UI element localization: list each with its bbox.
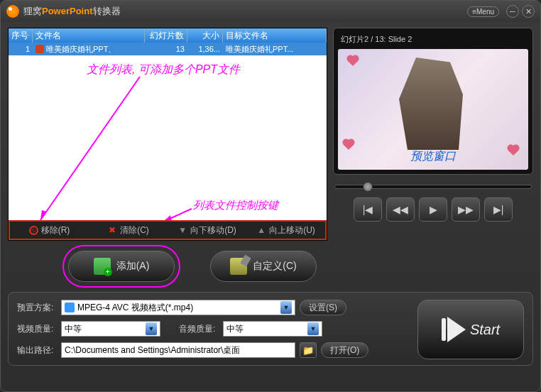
preview-label: 预览窗口 xyxy=(410,149,456,164)
play-icon xyxy=(442,317,466,342)
cell-filename: 唯美婚庆婚礼PPT、 xyxy=(33,44,145,55)
close-button[interactable]: ✕ xyxy=(522,5,535,18)
annotation-arrows xyxy=(9,28,327,240)
slide-content-icon xyxy=(390,58,476,150)
svg-marker-1 xyxy=(40,210,47,220)
chevron-down-icon: ▼ xyxy=(280,301,292,314)
slider-thumb[interactable] xyxy=(363,182,373,192)
title-bar: 狸窝PowerPoint转换器 ≡Menu ─ ✕ xyxy=(1,1,540,22)
video-quality-combo[interactable]: 中等▼ xyxy=(61,321,160,337)
table-header: 序号 文件名 幻灯片数 大小 目标文件名 xyxy=(9,28,327,43)
remove-button[interactable]: ⦸移除(R) xyxy=(10,222,89,239)
preset-label: 预置方案: xyxy=(17,302,57,314)
folder-icon: 📁 xyxy=(302,345,314,356)
file-list-panel: 序号 文件名 幻灯片数 大小 目标文件名 1 唯美婚庆婚礼PPT、 13 1,3… xyxy=(8,28,327,241)
browse-button[interactable]: 📁 xyxy=(300,342,317,358)
settings-button[interactable]: 设置(S) xyxy=(300,300,346,315)
audio-quality-combo[interactable]: 中等▼ xyxy=(223,321,322,337)
add-button[interactable]: 添加(A) xyxy=(68,251,175,282)
title-accent: PowerPoint xyxy=(42,6,93,16)
slide-counter: 幻灯片2 / 13: Slide 2 xyxy=(338,33,528,49)
preset-combo[interactable]: MPEG-4 AVC 视频格式(*.mp4) ▼ xyxy=(61,300,295,315)
preset-value: MPEG-4 AVC 视频格式(*.mp4) xyxy=(77,302,193,314)
transport-controls: |◀ ◀◀ ▶ ▶▶ ▶| xyxy=(333,197,533,222)
table-row[interactable]: 1 唯美婚庆婚礼PPT、 13 1,36... 唯美婚庆婚礼PPT... xyxy=(9,43,327,55)
list-control-bar: ⦸移除(R) ✖清除(C) ▼向下移动(D) ▲向上移动(U) xyxy=(9,220,327,240)
arrow-up-icon: ▲ xyxy=(256,225,266,235)
delete-icon: ⦸ xyxy=(29,226,38,235)
col-target[interactable]: 目标文件名 xyxy=(223,28,327,43)
col-seq[interactable]: 序号 xyxy=(9,28,33,43)
arrow-down-icon: ▼ xyxy=(177,225,187,235)
settings-panel: 预置方案: MPEG-4 AVC 视频格式(*.mp4) ▼ 设置(S) 视频质… xyxy=(8,292,533,366)
move-down-button[interactable]: ▼向下移动(D) xyxy=(168,222,246,239)
play-button[interactable]: ▶ xyxy=(419,197,447,222)
app-window: 狸窝PowerPoint转换器 ≡Menu ─ ✕ 序号 文件名 幻灯片数 大小… xyxy=(0,0,541,392)
preview-image: 预览窗口 xyxy=(338,49,528,170)
col-filename[interactable]: 文件名 xyxy=(33,28,145,43)
title-prefix: 狸窝 xyxy=(23,6,42,16)
annotation-filelist: 文件列表, 可添加多个PPT文件 xyxy=(87,62,240,77)
cell-target: 唯美婚庆婚礼PPT... xyxy=(223,44,327,55)
move-up-button[interactable]: ▲向上移动(U) xyxy=(246,222,325,239)
app-logo-icon xyxy=(6,5,19,18)
preview-frame: 幻灯片2 / 13: Slide 2 预览窗口 xyxy=(333,28,533,175)
tools-icon xyxy=(230,258,247,275)
clear-icon: ✖ xyxy=(107,225,117,235)
customize-button[interactable]: 自定义(C) xyxy=(210,251,317,282)
svg-line-0 xyxy=(40,77,140,220)
cell-size: 1,36... xyxy=(187,45,223,53)
menu-label: Menu xyxy=(476,8,494,16)
output-path-field[interactable]: C:\Documents and Settings\Administrator\… xyxy=(61,342,295,358)
powerpoint-icon xyxy=(35,45,44,53)
first-button[interactable]: |◀ xyxy=(354,197,382,222)
start-button[interactable]: Start xyxy=(417,300,524,359)
col-size[interactable]: 大小 xyxy=(187,28,223,43)
annotation-controls: 列表文件控制按键 xyxy=(193,199,278,212)
action-row: 添加(A) 自定义(C) xyxy=(1,241,540,282)
chevron-down-icon: ▼ xyxy=(307,322,319,335)
output-path-label: 输出路径: xyxy=(17,344,57,356)
open-button[interactable]: 打开(O) xyxy=(321,342,368,358)
menu-button[interactable]: ≡Menu xyxy=(467,6,499,17)
format-icon xyxy=(65,303,75,312)
cell-seq: 1 xyxy=(9,45,33,53)
start-label: Start xyxy=(470,322,500,338)
cell-slides: 13 xyxy=(145,45,187,53)
app-title: 狸窝PowerPoint转换器 xyxy=(23,5,467,18)
clear-button[interactable]: ✖清除(C) xyxy=(89,222,168,239)
col-slides[interactable]: 幻灯片数 xyxy=(145,28,187,43)
heart-icon xyxy=(348,56,358,66)
rewind-button[interactable]: ◀◀ xyxy=(386,197,415,222)
chevron-down-icon: ▼ xyxy=(146,322,157,335)
last-button[interactable]: ▶| xyxy=(484,197,513,222)
video-quality-label: 视频质量: xyxy=(17,323,57,335)
minimize-button[interactable]: ─ xyxy=(506,5,519,18)
add-file-icon xyxy=(94,258,111,275)
heart-icon xyxy=(344,140,354,150)
heart-icon xyxy=(508,146,518,156)
preview-pane: 幻灯片2 / 13: Slide 2 预览窗口 |◀ ◀◀ ▶ ▶▶ ▶| xyxy=(333,28,533,241)
audio-quality-label: 音频质量: xyxy=(179,323,219,335)
seek-slider[interactable] xyxy=(333,185,533,189)
forward-button[interactable]: ▶▶ xyxy=(452,197,480,222)
title-suffix: 转换器 xyxy=(93,6,121,16)
